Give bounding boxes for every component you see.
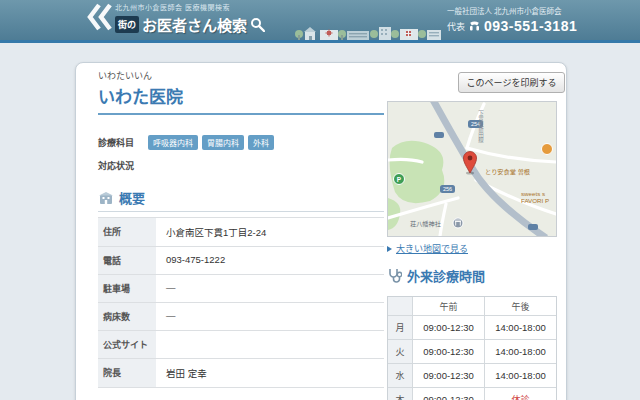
- rep-label: 代表: [447, 20, 465, 33]
- overview-table: 住所 小倉南区下貫1丁目2-24 電話 093-475-1222 駐車場 — 病…: [98, 217, 384, 388]
- clinic-furigana: いわたいいん: [98, 69, 384, 82]
- am-cell: 09:00-12:30: [413, 388, 485, 400]
- clinic-name-title: いわた医院: [98, 83, 384, 115]
- header-contact: 一般社団法人 北九州市小倉医師会 代表 093-551-3181: [447, 5, 577, 34]
- shrine-poi-icon[interactable]: [453, 218, 463, 228]
- row-value: 小倉南区下貫1丁目2-24: [156, 218, 384, 246]
- row-label: 公式サイト: [98, 331, 156, 358]
- hours-row-wed: 水 09:00-12:30 14:00-18:00: [388, 364, 556, 388]
- larger-map-link[interactable]: 大きい地図で見る: [387, 242, 557, 255]
- map-hours-column: 254 256 P とり安食堂 曽根: [387, 101, 557, 400]
- table-row: 病床数 —: [98, 303, 384, 331]
- map-frame[interactable]: 254 256 P とり安食堂 曽根: [387, 101, 557, 237]
- day-cell: 水: [388, 364, 413, 387]
- row-value: 岩田 定幸: [156, 359, 384, 387]
- department-badge: 呼吸器内科: [148, 135, 198, 150]
- double-chevron-icon: [86, 2, 112, 32]
- svg-text:P: P: [397, 176, 402, 183]
- am-cell: 09:00-12:30: [413, 364, 485, 387]
- row-value: —: [156, 275, 384, 302]
- hours-col-am: 午前: [413, 297, 485, 315]
- map-canvas[interactable]: 254 256 P とり安食堂 曽根: [388, 102, 556, 236]
- table-row: 公式サイト: [98, 331, 384, 359]
- row-label: 電話: [98, 247, 156, 274]
- phone-icon: [469, 21, 480, 32]
- page: 北九州市小倉医師会 医療機関検索 街の お医者さん検索: [0, 0, 640, 400]
- row-label: 住所: [98, 218, 156, 246]
- status-label: 対応状況: [98, 159, 148, 172]
- hours-col-pm: 午後: [485, 297, 556, 315]
- site-header: 北九州市小倉医師会 医療機関検索 街の お医者さん検索: [0, 0, 640, 43]
- restaurant-poi-icon[interactable]: [542, 144, 553, 155]
- content-card: このページを印刷する いわたいいん いわた医院 診療科目 呼吸器内科 胃腸内科 …: [75, 62, 567, 400]
- svg-text:256: 256: [443, 186, 452, 192]
- status-row: 対応状況: [98, 159, 384, 172]
- table-row: 院長 岩田 定幸: [98, 359, 384, 388]
- clinic-detail-column: いわたいいん いわた医院 診療科目 呼吸器内科 胃腸内科 外科 対応状況: [98, 69, 384, 400]
- department-badge: 胃腸内科: [202, 135, 244, 150]
- overview-title: 概要: [119, 188, 145, 207]
- table-row: 電話 093-475-1222: [98, 247, 384, 275]
- pm-cell: 14:00-18:00: [485, 316, 556, 339]
- pm-cell: 14:00-18:00: [485, 364, 556, 387]
- pm-cell: 14:00-18:00: [485, 340, 556, 363]
- sweets-label[interactable]: sweets s: [521, 190, 545, 197]
- site-subtitle: 北九州市小倉医師会 医療機関検索: [115, 2, 265, 12]
- table-row: 駐車場 —: [98, 275, 384, 303]
- hours-row-mon: 月 09:00-12:30 14:00-18:00: [388, 316, 556, 340]
- site-title: お医者さん検索: [142, 14, 247, 35]
- hours-row-thu: 木 09:00-12:30 休診: [388, 388, 556, 400]
- hours-title: 外来診療時間: [407, 266, 485, 285]
- overview-section-header: 概要: [98, 188, 384, 212]
- sweets-label[interactable]: FAVORI P: [521, 197, 549, 204]
- departments-row: 診療科目 呼吸器内科 胃腸内科 外科: [98, 135, 384, 150]
- hours-row-tue: 火 09:00-12:30 14:00-18:00: [388, 340, 556, 364]
- pm-cell-closed: 休診: [485, 388, 556, 400]
- day-cell: 火: [388, 340, 413, 363]
- building-icon: [98, 191, 114, 205]
- row-value: [156, 331, 384, 358]
- row-label: 院長: [98, 359, 156, 387]
- road-name-label: 下曽根新田線: [478, 110, 484, 144]
- parking-poi-icon[interactable]: P: [394, 174, 405, 185]
- org-name: 一般社団法人 北九州市小倉医師会: [447, 5, 577, 16]
- hours-section-header: 外来診療時間: [387, 266, 557, 289]
- departments-label: 診療科目: [98, 136, 148, 149]
- site-logo[interactable]: 北九州市小倉医師会 医療機関検索 街の お医者さん検索: [86, 2, 265, 35]
- am-cell: 09:00-12:30: [413, 340, 485, 363]
- day-cell: 木: [388, 388, 413, 400]
- print-page-button[interactable]: このページを印刷する: [458, 72, 565, 93]
- stethoscope-icon: [387, 268, 402, 284]
- hours-header-row: 午前 午後: [388, 297, 556, 316]
- am-cell: 09:00-12:30: [413, 316, 485, 339]
- row-value: —: [156, 303, 384, 330]
- row-label: 駐車場: [98, 275, 156, 302]
- machi-badge: 街の: [115, 16, 139, 33]
- arrow-icon: [387, 246, 392, 252]
- logo-text-block: 北九州市小倉医師会 医療機関検索 街の お医者さん検索: [115, 2, 265, 35]
- row-value: 093-475-1222: [156, 247, 384, 274]
- hours-table: 午前 午後 月 09:00-12:30 14:00-18:00 火 09:00-…: [387, 296, 557, 400]
- restaurant-label[interactable]: とり安食堂 曽根: [485, 168, 530, 176]
- park-area: [390, 141, 445, 203]
- cityscape-illustration: [294, 22, 444, 40]
- rep-phone: 093-551-3181: [484, 18, 577, 34]
- table-row: 住所 小倉南区下貫1丁目2-24: [98, 218, 384, 247]
- day-cell: 月: [388, 316, 413, 339]
- larger-map-link-label[interactable]: 大きい地図で見る: [396, 242, 468, 255]
- row-label: 病床数: [98, 303, 156, 330]
- hours-corner-cell: [388, 297, 413, 315]
- shrine-label[interactable]: 荘八幡神社: [410, 220, 441, 228]
- department-badge: 外科: [248, 135, 274, 150]
- magnifier-icon: [250, 17, 265, 32]
